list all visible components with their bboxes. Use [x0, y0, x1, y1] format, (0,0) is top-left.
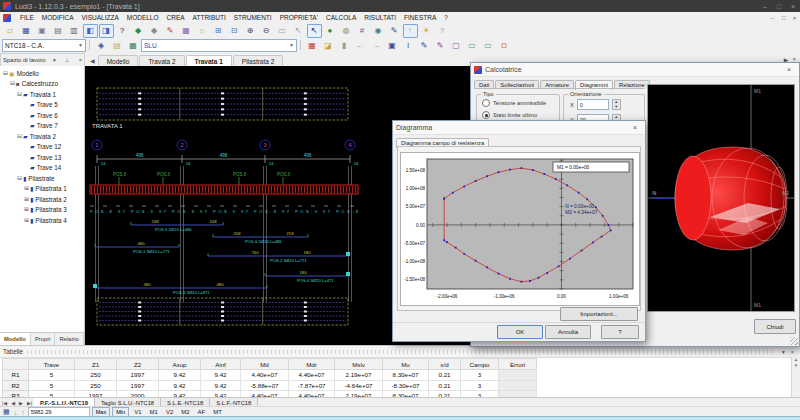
result-mt-button[interactable]: MT — [210, 409, 225, 415]
results-table[interactable]: TraveZ1Z2AsupAinfMdMdrMslvMux/dCampoErro… — [2, 358, 537, 402]
close-icon[interactable]: × — [782, 66, 796, 73]
table-scrollbar[interactable]: ▲▼ — [791, 357, 800, 398]
column-header-mdr[interactable]: Mdr — [289, 359, 335, 370]
table-row[interactable]: R1525019979.429.424.40e+074.40e+072.19e+… — [3, 370, 537, 381]
restore-button[interactable]: □ — [772, 3, 786, 10]
report-table-icon[interactable]: ▦ — [126, 38, 141, 52]
calcolatrice-title-bar[interactable]: Calcolatrice × — [471, 63, 799, 77]
load-case-combobox[interactable]: SLU ▼ — [141, 39, 297, 52]
help-button[interactable]: ? — [601, 325, 639, 339]
tree-item-pilastrata-2[interactable]: ⊞▮Pilastrata 2 — [0, 194, 84, 205]
column-header-trave[interactable]: Trave — [29, 359, 75, 370]
wind-right-icon[interactable]: → — [369, 38, 384, 52]
menu-item[interactable]: ? — [440, 14, 452, 21]
close-icon[interactable]: × — [77, 57, 84, 63]
doc-tab-travata-1[interactable]: Travata 1 — [186, 55, 232, 66]
tree-toggle-icon[interactable]: ⊟ — [16, 133, 23, 140]
menu-crea[interactable]: CREA — [163, 14, 189, 21]
x-spinner[interactable]: ▲▼ — [612, 99, 621, 110]
column-gray-icon[interactable]: ▮ — [337, 38, 352, 52]
menu-risultati[interactable]: RISULTATI — [360, 14, 400, 21]
pen-purple-icon[interactable]: ✎ — [433, 38, 448, 52]
tree-toggle-icon[interactable]: ⊞ — [23, 196, 30, 203]
tree-toggle-icon[interactable]: ⊟ — [16, 91, 23, 98]
limit-high-icon[interactable]: ↑ — [21, 409, 25, 416]
result-v2-button[interactable]: V2 — [163, 409, 176, 415]
diagramma-title-bar[interactable]: Diagramma × — [393, 121, 645, 135]
pencil-red-icon[interactable]: ✎ — [163, 24, 178, 38]
radio-stato-limite-ultimo[interactable]: Stato limite ultimo — [482, 111, 556, 119]
sidebar-tab-propri[interactable]: Propri — [31, 333, 55, 345]
result-v1-button[interactable]: V1 — [131, 409, 144, 415]
section-table-icon[interactable]: ▦ — [179, 24, 194, 38]
tree-item-trave-13[interactable]: ▰Trave 13 — [0, 152, 84, 163]
tree-item-pilastrata-3[interactable]: ⊞▮Pilastrata 3 — [0, 205, 84, 216]
combine-loads-icon[interactable]: ◈ — [94, 38, 109, 52]
tree-toggle-icon[interactable]: ⊞ — [23, 206, 30, 213]
column-header-mslv[interactable]: Mslv — [335, 359, 383, 370]
tree-toggle-icon[interactable]: ⊟ — [2, 70, 9, 77]
table-row[interactable]: R2525019979.429.42-5.88e+07-7.87e+07-4.6… — [3, 380, 537, 391]
tree-item-calcestruzzo[interactable]: ⊟■Calcestruzzo — [0, 79, 84, 90]
tree-item-trave-6[interactable]: ▰Trave 6 — [0, 110, 84, 121]
menu-proprieta[interactable]: PROPRIETA' — [276, 14, 322, 21]
tree-item-travata-1[interactable]: ⊟▰Travata 1 — [0, 89, 84, 100]
globe-icon[interactable]: ◉ — [371, 24, 386, 38]
tree-item-trave-7[interactable]: ▰Trave 7 — [0, 121, 84, 132]
menu-strumenti[interactable]: STRUMENTI — [230, 14, 276, 21]
pane-left-icon[interactable]: ◧ — [83, 24, 98, 38]
check-table-icon[interactable]: ▦ — [305, 38, 320, 52]
pin-icon[interactable]: ⊥ — [63, 57, 72, 63]
print-preview-icon[interactable]: ▥ — [67, 24, 82, 38]
menu-modello[interactable]: MODELLO — [123, 14, 163, 21]
frame-cyan-icon[interactable]: ▭ — [465, 38, 480, 52]
tree-item-pilastrata-1[interactable]: ⊞▮Pilastrata 1 — [0, 184, 84, 195]
mdi-close-button[interactable]: × — [789, 15, 800, 21]
cursor-ibeam-icon[interactable]: I — [401, 38, 416, 52]
result-af-button[interactable]: AF — [195, 409, 209, 415]
column-header-errori[interactable]: Errori — [499, 359, 537, 370]
column-header-z2[interactable]: Z2 — [117, 359, 159, 370]
omega-icon[interactable]: Ω — [497, 38, 512, 52]
menu-calcola[interactable]: CALCOLA — [322, 14, 360, 21]
tree-toggle-icon[interactable]: ⊞ — [23, 185, 30, 192]
render-gray-icon[interactable]: ◆ — [147, 24, 162, 38]
column-header-mu[interactable]: Mu — [383, 359, 429, 370]
resize-grip[interactable] — [790, 337, 798, 345]
copy-icon[interactable]: ▣ — [35, 24, 50, 38]
menu-attributi[interactable]: ATTRIBUTI — [189, 14, 230, 21]
box-blue-icon[interactable]: ▣ — [385, 38, 400, 52]
add-node-icon[interactable]: ⊞ — [211, 24, 226, 38]
menu-modifica[interactable]: MODIFICA — [38, 14, 78, 21]
doc-tab-modello[interactable]: Modello — [98, 55, 139, 66]
chiudi-button[interactable]: Chiudi — [754, 319, 796, 334]
zoom-in-icon[interactable]: ⊕ — [243, 24, 258, 38]
help-select-icon[interactable]: ? — [115, 24, 130, 38]
sheet-nav-icon[interactable]: ▶| — [25, 400, 34, 406]
print-icon[interactable]: ▤ — [51, 24, 66, 38]
lamp-icon[interactable]: ☼ — [195, 24, 210, 38]
pane-right-icon[interactable]: ◨ — [99, 24, 114, 38]
column-header-z1[interactable]: Z1 — [75, 359, 117, 370]
select-cursor-icon[interactable]: ↖ — [307, 24, 322, 38]
annulla-button[interactable]: Annulla — [545, 325, 591, 339]
sheet-nav-icon[interactable]: |◀ — [0, 400, 9, 406]
chevron-down-icon[interactable]: ▾ — [779, 349, 788, 355]
pencil-blue-icon[interactable]: ✎ — [387, 24, 402, 38]
column-header-ainf[interactable]: Ainf — [201, 359, 241, 370]
zoom-out-icon[interactable]: ⊖ — [259, 24, 274, 38]
table-zoom-icon[interactable]: ▦ — [3, 408, 10, 416]
remove-node-icon[interactable]: ⊟ — [227, 24, 242, 38]
x-orientation-field[interactable]: 0 — [577, 99, 609, 110]
norm-combobox[interactable]: NTC18 - C.A. ▼ — [2, 39, 86, 52]
tree-item-modello[interactable]: ⊟▣Modello — [0, 68, 84, 79]
chevron-down-icon[interactable]: ▾ — [51, 57, 58, 63]
save-icon[interactable]: ▦ — [19, 24, 34, 38]
wind-left-icon[interactable]: ← — [353, 38, 368, 52]
sidebar-tab-relazio[interactable]: Relazio — [55, 333, 83, 345]
column-header-x-d[interactable]: x/d — [429, 359, 461, 370]
arrow-up-yellow-icon[interactable]: ↑ — [403, 24, 418, 38]
pan-icon[interactable]: ↖ — [291, 24, 306, 38]
mdi-minimize-button[interactable]: – — [767, 15, 778, 21]
box-outline-icon[interactable]: ▢ — [449, 38, 464, 52]
